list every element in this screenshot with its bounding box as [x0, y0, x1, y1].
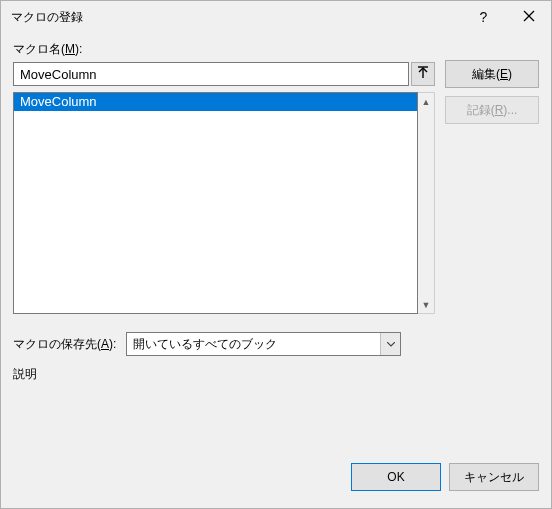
label-text: 記録( [467, 103, 495, 117]
record-button[interactable]: 記録(R)... [445, 96, 539, 124]
list-item-label: MoveColumn [20, 94, 97, 109]
description-label: 説明 [13, 366, 435, 383]
button-label: OK [387, 470, 404, 484]
macro-name-row [13, 62, 435, 86]
help-icon: ? [480, 9, 488, 25]
storage-row: マクロの保存先(A): 開いているすべてのブック [13, 332, 435, 356]
button-label: 編集(E) [472, 66, 512, 83]
label-text: ): [109, 337, 116, 351]
label-accelerator: A [101, 337, 109, 351]
right-column: 編集(E) 記録(R)... [445, 41, 539, 387]
label-accelerator: E [500, 67, 508, 81]
label-text: )... [503, 103, 517, 117]
cancel-button[interactable]: キャンセル [449, 463, 539, 491]
collapse-icon [417, 66, 429, 83]
label-text: マクロの保存先( [13, 337, 101, 351]
list-item[interactable]: MoveColumn [14, 93, 417, 111]
close-icon [523, 9, 535, 25]
macro-name-input[interactable] [13, 62, 409, 86]
label-accelerator: M [65, 42, 75, 56]
scroll-up-icon: ▲ [418, 93, 434, 110]
assign-macro-dialog: マクロの登録 ? マクロ名(M): [0, 0, 552, 509]
titlebar: マクロの登録 ? [1, 1, 551, 33]
collapse-dialog-button[interactable] [411, 62, 435, 86]
chevron-down-icon [380, 333, 400, 355]
label-text: ): [75, 42, 82, 56]
label-text: 編集( [472, 67, 500, 81]
ok-button[interactable]: OK [351, 463, 441, 491]
storage-selected-text: 開いているすべてのブック [127, 336, 380, 353]
macro-listbox[interactable]: MoveColumn [13, 92, 418, 314]
listbox-scrollbar[interactable]: ▲ ▼ [418, 92, 435, 314]
dialog-title: マクロの登録 [11, 9, 461, 26]
dialog-content: マクロ名(M): [1, 33, 551, 456]
macro-listbox-wrap: MoveColumn ▲ ▼ [13, 92, 435, 314]
label-text: ) [508, 67, 512, 81]
storage-combobox[interactable]: 開いているすべてのブック [126, 332, 401, 356]
top-row: マクロ名(M): [13, 41, 539, 387]
dialog-footer: OK キャンセル [1, 456, 551, 508]
macro-name-label: マクロ名(M): [13, 41, 435, 58]
button-label: 記録(R)... [467, 102, 518, 119]
edit-button[interactable]: 編集(E) [445, 60, 539, 88]
button-label: キャンセル [464, 469, 524, 486]
scroll-down-icon: ▼ [418, 296, 434, 313]
label-text: マクロ名( [13, 42, 65, 56]
storage-label: マクロの保存先(A): [13, 336, 116, 353]
help-button[interactable]: ? [461, 2, 506, 32]
left-column: マクロ名(M): [13, 41, 435, 387]
close-button[interactable] [506, 2, 551, 32]
